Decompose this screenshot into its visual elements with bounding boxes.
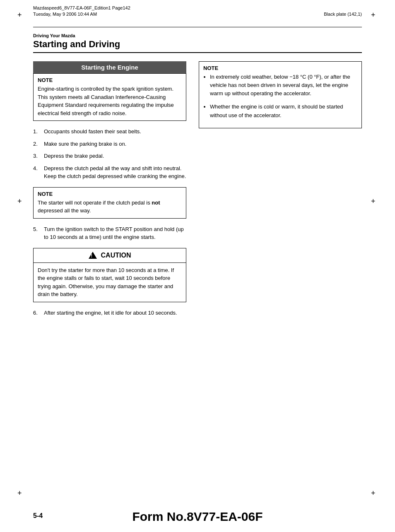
right-note-title: NOTE	[203, 65, 357, 71]
title-underline	[33, 52, 362, 53]
reg-mark-bot-right	[370, 491, 378, 499]
step-4: 4. Depress the clutch pedal all the way …	[33, 164, 186, 181]
right-note-item-2: Whether the engine is cold or warm, it s…	[210, 103, 357, 119]
step-5-text: Turn the ignition switch to the START po…	[44, 225, 186, 241]
step-3-text: Depress the brake pedal.	[44, 152, 186, 160]
page-container: Mazdaspeed6_8V77-EA-06F_Edition1 Page142…	[0, 0, 395, 532]
right-note-item-1: In extremely cold weather, below −18 °C …	[210, 73, 357, 98]
step-6-text: After starting the engine, let it idle f…	[44, 309, 186, 317]
step-4-num: 4.	[33, 164, 41, 181]
two-col-layout: Starting the Engine NOTE Engine-starting…	[33, 61, 362, 323]
note2-title: NOTE	[38, 191, 182, 197]
caution-text: Don't try the starter for more than 10 s…	[34, 263, 186, 302]
step-5-num: 5.	[33, 225, 41, 241]
section-title: Starting and Driving	[33, 39, 362, 50]
engine-header: Starting the Engine	[33, 61, 186, 73]
left-column: Starting the Engine NOTE Engine-starting…	[33, 61, 186, 323]
caution-box: CAUTION Don't try the starter for more t…	[33, 248, 186, 302]
step-5: 5. Turn the ignition switch to the START…	[33, 225, 186, 241]
reg-mark-top-left	[17, 12, 25, 21]
reg-mark-top-right	[370, 12, 378, 21]
step-3: 3. Depress the brake pedal.	[33, 152, 186, 160]
caution-label: CAUTION	[101, 252, 131, 259]
step-2: 2. Make sure the parking brake is on.	[33, 140, 186, 148]
step-6-num: 6.	[33, 309, 41, 317]
header-meta: Mazdaspeed6_8V77-EA-06F_Edition1 Page142…	[33, 5, 130, 18]
note1-text: Engine-starting is controlled by the spa…	[38, 85, 182, 117]
right-note-box: NOTE In extremely cold weather, below −1…	[199, 61, 362, 128]
step-6-list: 6. After starting the engine, let it idl…	[33, 309, 186, 317]
steps-list-1-4: 1. Occupants should fasten their seat be…	[33, 128, 186, 181]
header-meta-line1: Mazdaspeed6_8V77-EA-06F_Edition1 Page142	[33, 5, 130, 11]
right-note-list: In extremely cold weather, below −18 °C …	[203, 73, 357, 120]
right-column: NOTE In extremely cold weather, below −1…	[199, 61, 362, 128]
caution-triangle-icon	[89, 252, 97, 259]
header-meta-line2: Tuesday, May 9 2006 10:44 AM	[33, 11, 130, 17]
step-6: 6. After starting the engine, let it idl…	[33, 309, 186, 317]
section-label: Driving Your Mazda	[33, 33, 362, 38]
step-1: 1. Occupants should fasten their seat be…	[33, 128, 186, 136]
note2-text: The starter will not operate if the clut…	[38, 199, 182, 215]
reg-mark-mid-left	[17, 199, 25, 207]
caution-header: CAUTION	[34, 248, 186, 263]
step-3-num: 3.	[33, 152, 41, 160]
step-5-list: 5. Turn the ignition switch to the START…	[33, 225, 186, 241]
step-4-text: Depress the clutch pedal all the way and…	[44, 164, 186, 181]
step-1-text: Occupants should fasten their seat belts…	[44, 128, 186, 136]
note2-bold: not	[152, 200, 160, 206]
header-plate: Black plate (142,1)	[324, 12, 362, 17]
step-2-num: 2.	[33, 140, 41, 148]
note-box-1: NOTE Engine-starting is controlled by th…	[33, 73, 186, 121]
note-box-2: NOTE The starter will not operate if the…	[33, 187, 186, 219]
main-content: Driving Your Mazda Starting and Driving …	[33, 33, 362, 482]
step-2-text: Make sure the parking brake is on.	[44, 140, 186, 148]
top-divider	[33, 27, 362, 27]
step-1-num: 1.	[33, 128, 41, 136]
reg-mark-bot-left	[17, 491, 25, 499]
reg-mark-mid-right	[370, 199, 378, 207]
form-number: Form No.8V77-EA-06F	[0, 510, 395, 524]
note1-title: NOTE	[38, 77, 182, 83]
